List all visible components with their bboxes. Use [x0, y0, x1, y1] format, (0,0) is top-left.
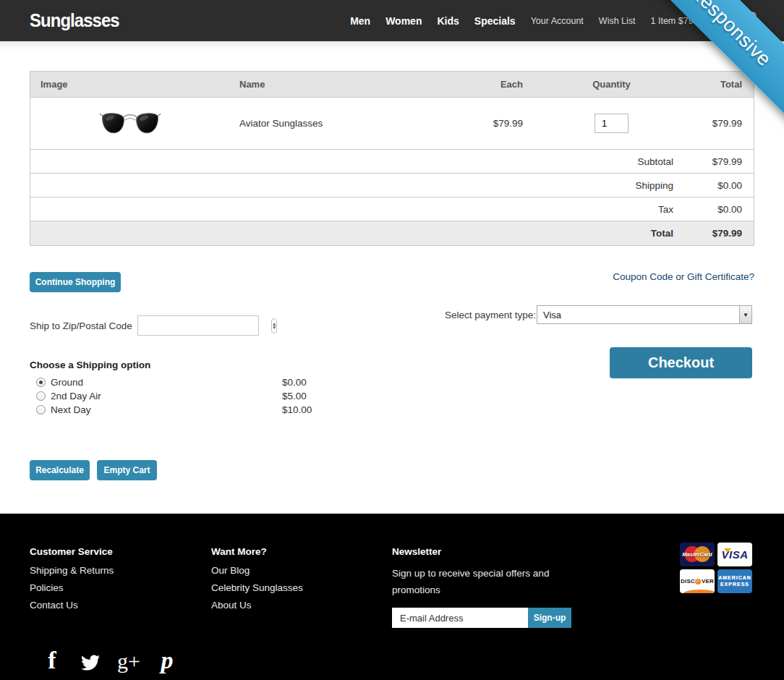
- payment-selected-value: Visa: [537, 310, 739, 320]
- shipping-options-block: Choose a Shipping option Ground $0.00 2n…: [30, 360, 362, 417]
- newsletter-text-line1: Sign up to receive special offers and: [392, 565, 571, 582]
- twitter-icon[interactable]: [80, 647, 101, 672]
- cart-item-row: Aviator Sunglasses $79.99 $79.99: [30, 98, 754, 150]
- product-name[interactable]: Aviator Sunglasses: [229, 118, 419, 129]
- american-express-icon: AMERICAN EXPRESS: [717, 569, 752, 593]
- tax-label: Tax: [527, 204, 678, 215]
- 2nd-day-air-label: 2nd Day Air: [51, 391, 101, 401]
- subtotal-label: Subtotal: [527, 156, 678, 167]
- radio-ground[interactable]: [36, 378, 46, 387]
- newsletter-heading: Newsletter: [392, 546, 571, 557]
- ground-label: Ground: [51, 377, 83, 388]
- discover-swoosh: [681, 590, 715, 593]
- customer-service-heading: Customer Service: [30, 546, 114, 557]
- mastercard-icon: MasterCard: [680, 543, 715, 566]
- next-day-price: $10.00: [282, 404, 312, 415]
- shipping-value: $0.00: [678, 180, 754, 191]
- discover-text-right: VER: [702, 578, 714, 585]
- aviator-sunglasses-image[interactable]: [99, 109, 161, 138]
- subtotal-row: Subtotal $79.99: [30, 150, 754, 174]
- cart-table: Image Name Each Quantity Total: [30, 71, 754, 246]
- product-image-cell: [30, 109, 229, 138]
- header-shadow: [0, 41, 784, 50]
- empty-cart-button[interactable]: Empty Cart: [97, 460, 157, 480]
- zip-code-input[interactable]: [138, 316, 271, 335]
- email-address-input[interactable]: [392, 608, 528, 628]
- nav-item-men[interactable]: Men: [350, 15, 370, 27]
- nav-item-women[interactable]: Women: [385, 15, 422, 27]
- total-row: Total $79.99: [30, 221, 754, 245]
- 2nd-day-air-price: $5.00: [282, 391, 307, 401]
- shipping-option-2nd-day-air[interactable]: 2nd Day Air $5.00: [30, 389, 362, 403]
- shipping-option-ground[interactable]: Ground $0.00: [30, 375, 362, 389]
- zip-code-label: Ship to Zip/Postal Code: [30, 320, 132, 331]
- facebook-icon[interactable]: f: [42, 647, 62, 672]
- zip-code-field-wrapper: ▲ ▼: [137, 315, 259, 336]
- tax-value: $0.00: [678, 204, 754, 215]
- newsletter-signup-row: Sign-up: [392, 608, 571, 628]
- want-more-heading: Want More?: [211, 546, 303, 557]
- payment-type-select[interactable]: Visa ▼: [537, 305, 752, 324]
- checkout-button[interactable]: Checkout: [610, 347, 752, 378]
- product-line-total: $79.99: [678, 118, 754, 129]
- radio-next-day[interactable]: [36, 405, 46, 415]
- footer-want-more: Want More? Our Blog Celebrity Sunglasses…: [211, 546, 303, 617]
- coupon-gift-certificate-link[interactable]: Coupon Code or Gift Certificate?: [613, 271, 754, 282]
- footer-link-contact-us[interactable]: Contact Us: [30, 600, 114, 611]
- col-header-total: Total: [678, 79, 754, 90]
- discover-text-left: DISC: [681, 578, 695, 585]
- footer-link-about-us[interactable]: About Us: [211, 600, 303, 611]
- top-navigation-bar: Sunglasses Men Women Kids Specials Your …: [0, 0, 784, 41]
- quantity-cell: [527, 114, 678, 133]
- footer-newsletter: Newsletter Sign up to receive special of…: [392, 546, 571, 628]
- continue-shopping-button[interactable]: Continue Shopping: [30, 272, 121, 292]
- subtotal-value: $79.99: [678, 156, 754, 167]
- payment-methods: MasterCard VISA DISC VER AMERICAN EXPRES…: [680, 543, 752, 593]
- footer-customer-service: Customer Service Shipping & Returns Poli…: [30, 546, 114, 617]
- amex-line1: AMERICAN: [718, 575, 751, 582]
- signup-button[interactable]: Sign-up: [528, 608, 571, 628]
- next-day-label: Next Day: [51, 404, 91, 415]
- nav-your-account[interactable]: Your Account: [531, 16, 584, 26]
- payment-type-label: Select payment type:: [445, 310, 536, 320]
- col-header-image: Image: [30, 79, 229, 90]
- nav-item-specials[interactable]: Specials: [474, 15, 516, 27]
- site-logo[interactable]: Sunglasses: [30, 9, 119, 32]
- product-price-each: $79.99: [419, 118, 527, 129]
- footer-link-celebrity-sunglasses[interactable]: Celebrity Sunglasses: [211, 582, 303, 593]
- amex-line2: EXPRESS: [720, 582, 749, 588]
- radio-2nd-day-air[interactable]: [36, 391, 46, 401]
- cart-table-header: Image Name Each Quantity Total: [30, 72, 754, 98]
- total-value: $79.99: [678, 228, 754, 239]
- nav-item-kids[interactable]: Kids: [437, 15, 459, 27]
- shipping-label: Shipping: [527, 180, 678, 191]
- stepper-down-icon[interactable]: ▼: [272, 326, 276, 329]
- discover-wordmark: DISC VER: [681, 578, 714, 585]
- pinterest-icon[interactable]: p: [157, 647, 177, 672]
- visa-icon: VISA: [717, 543, 752, 566]
- google-plus-icon[interactable]: g+: [119, 647, 139, 672]
- shipping-options-heading: Choose a Shipping option: [30, 360, 362, 370]
- zip-stepper[interactable]: ▲ ▼: [271, 318, 277, 333]
- nav-wish-list[interactable]: Wish List: [599, 16, 636, 26]
- chevron-down-icon: ▼: [743, 312, 749, 318]
- newsletter-text-line2: promotions: [392, 582, 571, 598]
- shipping-option-next-day[interactable]: Next Day $10.00: [30, 403, 362, 417]
- col-header-each: Each: [419, 79, 527, 90]
- tax-row: Tax $0.00: [30, 197, 754, 221]
- social-links: f g+ p: [42, 647, 177, 672]
- discover-orange-o: [695, 579, 701, 585]
- twitter-bird-icon: [80, 653, 101, 672]
- footer-link-policies[interactable]: Policies: [30, 582, 114, 593]
- recalculate-button[interactable]: Recalculate: [30, 460, 90, 480]
- main-nav: Men Women Kids Specials Your Account Wis…: [350, 15, 706, 27]
- col-header-quantity: Quantity: [527, 79, 678, 90]
- col-header-name: Name: [229, 79, 419, 90]
- footer-link-shipping-returns[interactable]: Shipping & Returns: [30, 565, 114, 576]
- total-label: Total: [527, 228, 678, 239]
- footer-link-our-blog[interactable]: Our Blog: [211, 565, 303, 576]
- visa-orange-accent: [724, 548, 731, 553]
- footer: Customer Service Shipping & Returns Poli…: [0, 514, 784, 680]
- select-dropdown-button[interactable]: ▼: [739, 306, 751, 323]
- quantity-input[interactable]: [595, 114, 629, 133]
